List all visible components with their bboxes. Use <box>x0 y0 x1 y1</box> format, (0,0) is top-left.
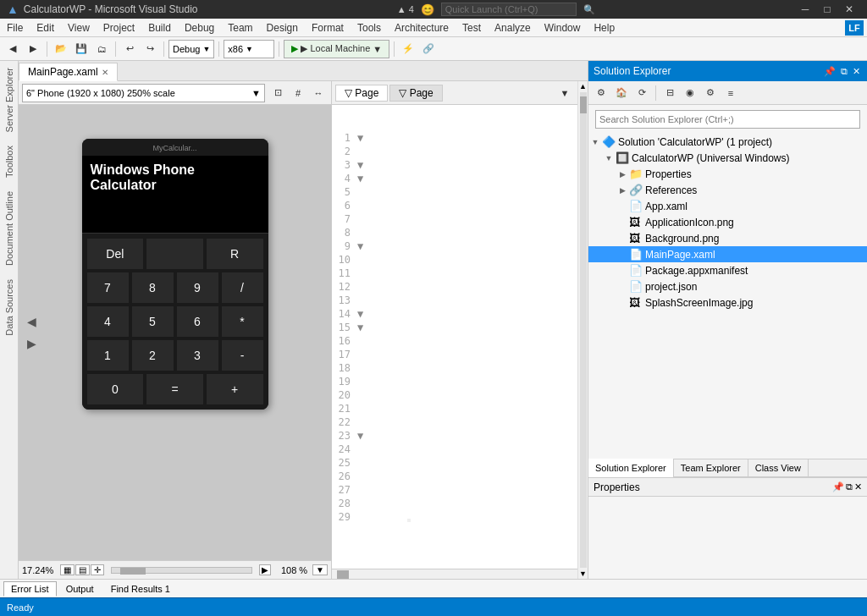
sol-pin-btn[interactable]: 📌 <box>822 66 837 77</box>
menu-build[interactable]: Build <box>141 19 178 37</box>
scroll-right-btn[interactable]: ▶ <box>259 564 271 575</box>
toolbar-redo[interactable]: ↪ <box>141 40 159 58</box>
calc-btn-del[interactable]: Del <box>87 239 144 269</box>
list-view-btn[interactable]: ▤ <box>75 564 90 575</box>
user-profile-btn[interactable]: LF <box>845 20 864 36</box>
toolbar-attach[interactable]: 🔗 <box>419 40 438 58</box>
document-outline-label[interactable]: Document Outline <box>2 184 17 272</box>
toggle-rulers-btn[interactable]: ↔ <box>309 84 328 102</box>
quick-launch-input[interactable] <box>441 3 577 16</box>
scroll-up-btn[interactable]: ▲ <box>579 82 587 91</box>
pan-tool-btn[interactable]: ✛ <box>91 564 104 575</box>
tree-item[interactable]: 🖼 ApplicationIcon.png <box>588 214 867 230</box>
calc-btn-5[interactable]: 5 <box>132 306 174 337</box>
zoom-dropdown-btn[interactable]: ▼ <box>312 564 328 575</box>
menu-tools[interactable]: Tools <box>351 19 388 37</box>
ruler-down-btn[interactable]: ▶ <box>27 337 36 350</box>
toolbar-open[interactable]: 📂 <box>52 40 70 58</box>
collapse-icon[interactable]: ▼ <box>357 322 369 333</box>
tree-expand-icon[interactable]: ▶ <box>616 186 629 195</box>
menu-team[interactable]: Team <box>221 19 259 37</box>
menu-architecture[interactable]: Architecture <box>388 19 456 37</box>
sol-tab-class[interactable]: Class View <box>748 459 809 477</box>
sol-refresh-btn[interactable]: ⟳ <box>632 84 651 102</box>
close-button[interactable]: ✕ <box>838 0 860 19</box>
toolbar-save[interactable]: 💾 <box>72 40 91 58</box>
tree-expand-icon[interactable]: ▶ <box>616 170 629 179</box>
tree-expand-icon[interactable]: ▼ <box>588 138 602 146</box>
tree-item[interactable]: ▶ 🔗 References <box>588 182 867 198</box>
zoom-preset-dropdown[interactable]: 6" Phone (1920 x 1080) 250% scale ▼ <box>22 84 265 102</box>
sol-tab-team[interactable]: Team Explorer <box>674 459 748 477</box>
calc-btn-1[interactable]: 1 <box>87 340 129 371</box>
sol-close-btn[interactable]: ✕ <box>851 66 862 77</box>
toolbar-back[interactable]: ◀ <box>3 40 22 58</box>
maximize-button[interactable]: □ <box>816 0 838 19</box>
tree-item[interactable]: ▶ 📁 Properties <box>588 166 867 182</box>
data-sources-label[interactable]: Data Sources <box>2 272 17 343</box>
menu-test[interactable]: Test <box>456 19 488 37</box>
menu-file[interactable]: File <box>0 19 30 37</box>
collapse-icon[interactable]: ▼ <box>357 159 369 171</box>
prop-pin-btn[interactable]: 📌 <box>832 481 844 492</box>
toolbar-profiler[interactable]: ⚡ <box>399 40 417 58</box>
tree-item[interactable]: 📄 Package.appxmanifest <box>588 262 867 278</box>
tree-item[interactable]: ▼ 🔷 Solution 'CalculatorWP' (1 project) <box>588 134 867 150</box>
code-scroll[interactable]: 1▼ 2 3▼ 4▼ 5 6 7 8 9▼ 10 11 12 13 14▼ 15… <box>332 105 577 569</box>
toggle-grid-btn[interactable]: # <box>289 84 307 102</box>
calc-btn-8[interactable]: 8 <box>132 272 174 303</box>
collapse-icon[interactable]: ▼ <box>357 308 369 320</box>
tree-item[interactable]: 🖼 SplashScreenImage.jpg <box>588 294 867 311</box>
sol-menu-btn[interactable]: ≡ <box>721 84 740 102</box>
solution-search-input[interactable] <box>595 110 860 129</box>
menu-analyze[interactable]: Analyze <box>488 19 538 37</box>
search-icon[interactable]: 🔍 <box>583 4 595 15</box>
sol-float-btn[interactable]: ⧉ <box>839 66 849 77</box>
calc-btn-6[interactable]: 6 <box>177 306 218 337</box>
prop-close-btn[interactable]: ✕ <box>854 481 862 492</box>
server-explorer-label[interactable]: Server Explorer <box>2 61 17 139</box>
grid-view-btn[interactable]: ▦ <box>60 564 75 575</box>
ruler-up-btn[interactable]: ◀ <box>27 315 36 328</box>
menu-format[interactable]: Format <box>305 19 351 37</box>
tab-mainpage-xaml[interactable]: MainPage.xaml ✕ <box>19 63 118 81</box>
menu-view[interactable]: View <box>61 19 97 37</box>
code-panel-menu[interactable]: ▼ <box>555 84 574 102</box>
code-vscrollbar[interactable]: ▲ ▼ <box>577 81 588 579</box>
tree-item[interactable]: 📄 App.xaml <box>588 198 867 214</box>
calc-btn-3[interactable]: 3 <box>177 340 218 371</box>
prop-float-btn[interactable]: ⧉ <box>846 481 853 492</box>
tree-item[interactable]: ▼ 🔲 CalculatorWP (Universal Windows) <box>588 150 867 166</box>
menu-design[interactable]: Design <box>260 19 305 37</box>
collapse-icon[interactable]: ▼ <box>357 240 369 252</box>
menu-help[interactable]: Help <box>587 19 621 37</box>
menu-debug[interactable]: Debug <box>178 19 221 37</box>
platform-dropdown[interactable]: x86 ▼ <box>224 40 274 58</box>
sol-properties-btn[interactable]: ⚙ <box>592 84 610 102</box>
collapse-icon[interactable]: ▼ <box>357 430 369 442</box>
toolbar-undo[interactable]: ↩ <box>120 40 139 58</box>
sol-view-btn[interactable]: ◉ <box>681 84 699 102</box>
horizontal-scrollbar[interactable] <box>111 567 252 574</box>
tree-expand-icon[interactable]: ▼ <box>602 154 616 162</box>
calc-btn-4[interactable]: 4 <box>87 306 129 337</box>
code-tab-2[interactable]: ▽ Page <box>389 85 442 102</box>
menu-edit[interactable]: Edit <box>30 19 61 37</box>
tab-close-icon[interactable]: ✕ <box>102 68 108 77</box>
fit-screen-btn[interactable]: ⊡ <box>268 84 287 102</box>
minimize-button[interactable]: ─ <box>794 0 816 19</box>
tree-item[interactable]: 🖼 Background.png <box>588 230 867 246</box>
menu-window[interactable]: Window <box>538 19 588 37</box>
menu-project[interactable]: Project <box>97 19 141 37</box>
find-results-tab[interactable]: Find Results 1 <box>103 581 178 597</box>
calc-btn-7[interactable]: 7 <box>87 272 129 303</box>
calc-btn-mul[interactable]: * <box>222 306 263 337</box>
output-tab[interactable]: Output <box>58 581 102 597</box>
config-dropdown[interactable]: Debug ▼ <box>168 40 214 58</box>
sol-tab-explorer[interactable]: Solution Explorer <box>588 459 674 477</box>
calc-btn-eq[interactable]: = <box>146 374 203 404</box>
collapse-icon[interactable]: ▼ <box>357 173 369 184</box>
scroll-down-btn[interactable]: ▼ <box>579 569 587 578</box>
calc-btn-plus[interactable]: + <box>207 374 263 404</box>
toolbar-save-all[interactable]: 🗂 <box>92 40 111 58</box>
